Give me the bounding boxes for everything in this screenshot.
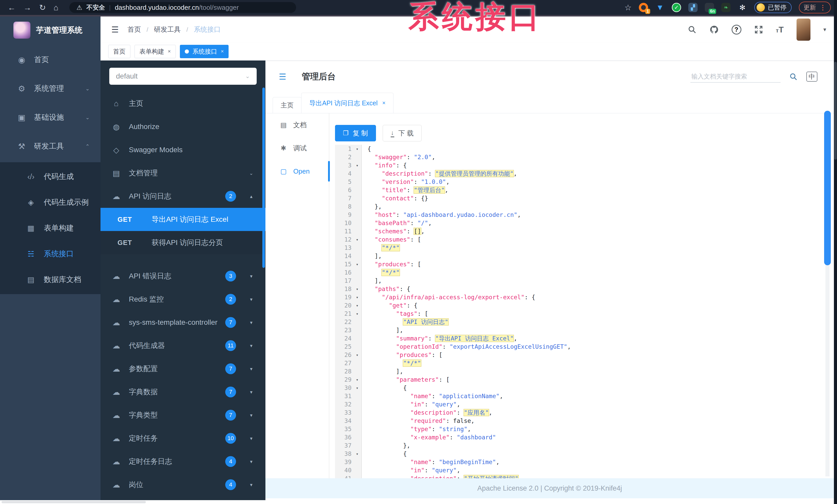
fold-caret-icon[interactable]: ▾ <box>353 311 361 316</box>
address-divider: | <box>109 4 110 11</box>
tag-close-icon[interactable]: × <box>221 49 224 54</box>
extension-orange-icon[interactable]: 1 <box>639 3 648 12</box>
fold-caret-icon[interactable]: ▾ <box>353 147 361 151</box>
avatar[interactable] <box>797 19 811 41</box>
code-editor[interactable]: 1▾{2 "swagger": "2.0",3▾ "info": {4 "des… <box>335 145 822 478</box>
sidebar-item-研发工具[interactable]: ⚒研发工具⌃ <box>0 132 101 161</box>
api-endpoint-获得API 访问日志分页[interactable]: GET获得API 访问日志分页 <box>101 231 265 254</box>
extension-grid-icon[interactable]: ▞ <box>688 3 698 12</box>
doc-nav-Open[interactable]: ▢Open <box>273 160 325 183</box>
extension-green-circle-icon[interactable]: ✓ <box>672 3 681 12</box>
doc-search-input[interactable] <box>690 71 781 83</box>
breadcrumb-item[interactable]: 首页 <box>128 25 141 34</box>
doc-nav-文档[interactable]: ▤文档 <box>273 113 325 136</box>
user-menu-caret-icon[interactable]: ▾ <box>823 26 826 33</box>
fold-caret-icon[interactable]: ▾ <box>353 262 361 267</box>
doc-menu-group-字典类型[interactable]: ☁字典类型7▾ <box>101 404 265 427</box>
paused-profile-chip[interactable]: 已暂停 <box>754 2 791 13</box>
fold-caret-icon[interactable]: ▾ <box>353 237 361 242</box>
line-number: 27 <box>335 360 353 367</box>
github-icon[interactable] <box>709 25 719 34</box>
sidebar-subitem-表单构建[interactable]: ▦表单构建 <box>0 215 101 241</box>
doc-menu-group-定时任务日志[interactable]: ☁定时任务日志4▾ <box>101 450 265 473</box>
sidebar-item-首页[interactable]: ◉首页 <box>0 45 101 74</box>
extension-leaf-icon[interactable]: ❧ <box>721 3 731 12</box>
sidebar-subitem-系统接口[interactable]: ☵系统接口 <box>0 241 101 267</box>
code-token: "parameters" <box>396 376 439 383</box>
fold-caret-icon[interactable]: ▾ <box>353 386 361 390</box>
back-icon[interactable]: ← <box>8 4 16 12</box>
sidebar-item-基础设施[interactable]: ▣基础设施⌄ <box>0 103 101 132</box>
extension-flower-icon[interactable]: ✻ <box>738 3 747 12</box>
api-count-badge: 10 <box>225 433 236 444</box>
code-token: , <box>457 401 460 408</box>
fold-caret-icon[interactable]: ▾ <box>353 163 361 168</box>
doc-menu-group-定时任务[interactable]: ☁定时任务10▾ <box>101 427 265 450</box>
breadcrumb-item[interactable]: 研发工具 <box>154 25 181 34</box>
browser-menu-kebab-icon[interactable]: ⋮ <box>819 4 826 12</box>
window-scrollbar-thumb[interactable] <box>834 62 837 160</box>
bookmark-star-icon[interactable]: ☆ <box>624 4 631 12</box>
doc-search-icon[interactable] <box>789 73 798 81</box>
fold-caret-icon[interactable]: ▾ <box>353 287 361 292</box>
sidebar-item-系统管理[interactable]: ⚙系统管理⌄ <box>0 74 101 103</box>
doc-menu-group-API 访问日志[interactable]: ☁API 访问日志2▴ <box>101 185 265 208</box>
doc-menu-group-Redis 监控[interactable]: ☁Redis 监控2▾ <box>101 288 265 311</box>
doc-menu-item-主页[interactable]: ⌂主页 <box>101 92 265 115</box>
update-button[interactable]: 更新 ⋮ <box>799 2 831 13</box>
header-search-icon[interactable] <box>688 25 697 34</box>
extension-blue-drop-icon[interactable]: ▼ <box>655 3 664 12</box>
tag-close-icon[interactable]: × <box>168 49 171 54</box>
doc-menu-group-岗位[interactable]: ☁岗位4▾ <box>101 473 265 496</box>
browser-home-icon[interactable]: ⌂ <box>54 4 58 12</box>
doc-nav-调试[interactable]: ✱调试 <box>273 136 325 160</box>
extension-dark-icon[interactable]: 6n <box>705 3 714 12</box>
fold-caret-icon[interactable]: ▾ <box>353 303 361 308</box>
code-text: "consumes": [ <box>361 236 421 243</box>
doc-menu-group-参数配置[interactable]: ☁参数配置7▾ <box>101 357 265 380</box>
address-bar[interactable]: ⚠ 不安全 | dashboard.yudao.iocoder.cn/tool/… <box>69 2 296 13</box>
sidebar-collapse-icon[interactable]: ☰ <box>111 25 119 35</box>
window-scrollbar[interactable] <box>834 0 837 504</box>
tag-item[interactable]: 表单构建× <box>135 45 176 58</box>
horizontal-scrollbar[interactable] <box>0 500 837 504</box>
doc-menu-group-字典数据[interactable]: ☁字典数据7▾ <box>101 380 265 404</box>
fold-caret-icon[interactable]: ▾ <box>353 451 361 456</box>
doc-sidebar-scrollbar-thumb[interactable] <box>262 88 265 268</box>
download-button[interactable]: ↓ 下 载 <box>383 125 422 142</box>
doc-menu-item-文档管理[interactable]: ▤文档管理⌄ <box>101 162 265 185</box>
help-icon[interactable]: ? <box>732 25 742 35</box>
doc-menu-item-Authorize[interactable]: ◍Authorize <box>101 115 265 138</box>
tab-主页[interactable]: 主页 <box>273 97 302 113</box>
api-endpoint-导出API 访问日志 Excel[interactable]: GET导出API 访问日志 Excel <box>101 208 265 231</box>
api-group-select[interactable]: default ⌄ <box>109 68 257 85</box>
breadcrumb-item[interactable]: 系统接口 <box>194 25 220 34</box>
doc-menu-group-代码生成器[interactable]: ☁代码生成器11▾ <box>101 334 265 357</box>
fold-caret-icon[interactable]: ▾ <box>353 353 361 357</box>
tag-item[interactable]: 首页 <box>108 45 130 58</box>
cloud-icon: ☁ <box>111 411 121 420</box>
fold-caret-icon[interactable]: ▾ <box>353 295 361 300</box>
profile-emoji-icon <box>756 3 765 12</box>
sidebar-subitem-数据库文档[interactable]: ▤数据库文档 <box>0 267 101 293</box>
tab-close-icon[interactable]: × <box>382 100 386 106</box>
horizontal-scrollbar-thumb[interactable] <box>2 501 146 503</box>
refresh-icon[interactable]: ↻ <box>39 4 46 12</box>
sidebar-subitem-代码生成[interactable]: ‹/›代码生成 <box>0 164 101 189</box>
fold-caret-icon[interactable]: ▾ <box>353 377 361 382</box>
sidebar-subitem-代码生成示例[interactable]: ◈代码生成示例 <box>0 189 101 215</box>
doc-menu-collapse-icon[interactable]: ☰ <box>279 72 286 82</box>
forward-icon[interactable]: → <box>23 4 32 12</box>
tag-active[interactable]: 系统接口× <box>180 45 229 58</box>
fullscreen-icon[interactable] <box>754 25 763 34</box>
doc-menu-item-Swagger Models[interactable]: ◇Swagger Models <box>101 138 265 162</box>
doc-menu-group-sys-sms-template-controller[interactable]: ☁sys-sms-template-controller7▾ <box>101 311 265 334</box>
api-count-badge: 7 <box>225 317 236 328</box>
app-logo-row[interactable]: 芋道管理系统 <box>0 15 101 45</box>
content-scrollbar-thumb[interactable] <box>824 111 831 265</box>
font-size-icon[interactable]: тT <box>776 25 784 34</box>
doc-menu-group-API 错误日志[interactable]: ☁API 错误日志3▾ <box>101 264 265 288</box>
copy-button[interactable]: ❐ 复 制 <box>335 125 376 142</box>
language-toggle[interactable]: 中 <box>806 72 817 82</box>
tab-导出API 访问日志 Excel[interactable]: 导出API 访问日志 Excel× <box>301 93 393 113</box>
